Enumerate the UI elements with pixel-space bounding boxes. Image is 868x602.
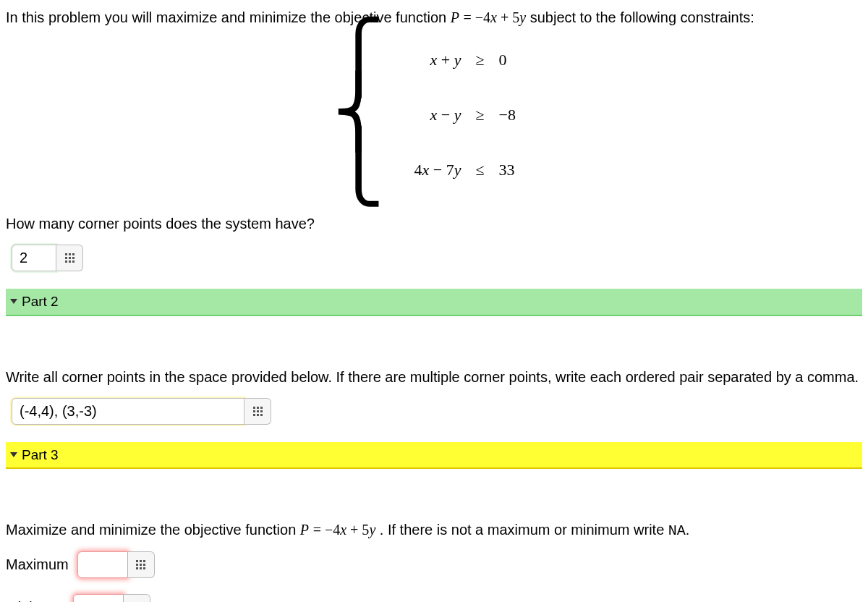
maximum-label: Maximum xyxy=(6,554,69,575)
left-brace: ⎧⎨⎩ xyxy=(333,30,384,195)
objective-var: P xyxy=(300,522,309,538)
objective-var: P xyxy=(451,9,459,25)
part3-q-suffix: . If there is not a maximum or minimum w… xyxy=(380,522,668,538)
keypad-button[interactable] xyxy=(124,594,150,602)
caret-down-icon xyxy=(10,299,17,304)
part1-question: How many corner points does the system h… xyxy=(6,213,862,234)
part3-label: Part 3 xyxy=(22,445,59,465)
constraint-row: 4x − 7y ≤ 33 xyxy=(388,143,535,198)
equals: = xyxy=(464,9,475,25)
constraint-row: x − y ≥ −8 xyxy=(388,88,535,143)
keypad-button[interactable] xyxy=(56,245,83,271)
part2-label: Part 2 xyxy=(22,292,59,312)
keypad-icon xyxy=(253,407,263,416)
keypad-button[interactable] xyxy=(128,551,155,578)
part2-header[interactable]: Part 2 xyxy=(6,289,862,316)
maximum-row: Maximum xyxy=(6,551,862,578)
objective-expression: −4x + 5y xyxy=(325,522,375,538)
caret-down-icon xyxy=(10,452,17,457)
part3-question: Maximize and minimize the objective func… xyxy=(6,520,862,541)
corner-points-input[interactable] xyxy=(12,398,244,425)
part3-q-prefix: Maximize and minimize the objective func… xyxy=(6,522,300,538)
part1-answer-group xyxy=(12,245,862,271)
minimum-label: Minimum xyxy=(6,597,64,602)
minimum-input[interactable] xyxy=(73,594,124,602)
intro-suffix: subject to the following constraints: xyxy=(530,9,754,25)
constraint-row: x + y ≥ 0 xyxy=(388,33,535,88)
period: . xyxy=(686,522,690,538)
constraint-table: x + y ≥ 0 x − y ≥ −8 4x − 7y ≤ 33 xyxy=(388,33,535,198)
keypad-icon xyxy=(65,253,75,263)
problem-intro: In this problem you will maximize and mi… xyxy=(6,7,862,28)
corner-count-input[interactable] xyxy=(12,245,56,271)
na-token: NA xyxy=(668,522,686,539)
maximum-input[interactable] xyxy=(77,551,128,578)
equals: = xyxy=(313,522,325,538)
minimum-row: Minimum xyxy=(6,594,862,602)
keypad-icon xyxy=(136,560,145,569)
part2-answer-group xyxy=(12,398,862,425)
constraint-system: ⎧⎨⎩ x + y ≥ 0 x − y ≥ −8 4x − 7y ≤ 33 xyxy=(6,33,862,198)
objective-expression: −4x + 5y xyxy=(475,9,526,25)
part2-question: Write all corner points in the space pro… xyxy=(6,367,862,388)
part3-header[interactable]: Part 3 xyxy=(6,442,862,470)
keypad-button[interactable] xyxy=(244,398,271,425)
